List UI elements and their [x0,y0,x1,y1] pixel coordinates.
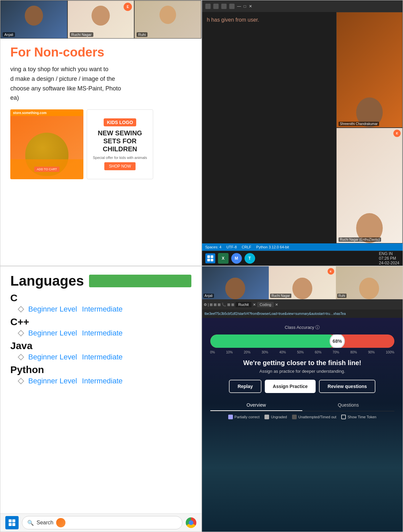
video-bar-top-left: Anjali Ruchi Nagar E Ruhi [0,0,201,39]
avatar-label-ruchi: Ruchi Nagar [70,32,93,37]
br-avatar-anjali: Anjali [202,266,269,299]
legend-label-ungraded: Ungraded [271,415,287,419]
lang-java-levels: Beginner Level Intermediate [9,353,193,361]
store-url: store.something.com [13,111,47,115]
br-face-1 [225,278,245,299]
show-time-checkbox[interactable] [341,415,346,419]
taskbar-region: ENG IN [379,251,399,256]
lang-c-section: C Beginner Level Intermediate [9,292,193,314]
status-language: Python 3.12.0 64-bit [256,245,289,249]
c-intermediate[interactable]: Intermediate [82,305,123,314]
progress-bar-green [89,275,191,287]
sewing-tagline: NEW SEWINGSETS FORCHILDREN [98,129,142,153]
browser-tab-ruchit[interactable]: Ruchit [236,302,251,307]
java-beginner[interactable]: Beginner Level [28,353,77,361]
avatar-face [25,6,43,26]
vscode-toolbar: — □ ✕ [202,0,403,12]
taskbar-date: 24-02-2024 [379,261,399,265]
window-control-close[interactable]: ✕ [249,4,252,9]
thumb-ruchi-nagar: Ruchi Nagar (EnthuZlastic) E [336,128,403,243]
browser-tab-coding[interactable]: Coding [257,302,274,307]
toolbar-icon-3 [221,4,227,9]
browser-tabs: ⚙ | ⊞ ⊞ ⊞ 📞 ⊞ ⊞ Ruchit ✕ Coding ✕ [202,300,403,310]
avatar-label-ruhi: Ruhi [137,32,148,37]
review-questions-button[interactable]: Review questions [319,380,375,393]
taskbar-time-region: ENG IN 07:26 PM 24-02-2024 [379,251,399,265]
lang-cpp-name: C++ [9,316,193,328]
editor-content: h has given from user. Shreenithi Chandr… [202,12,403,243]
toy-shop-image: store.something.com ADD TO CART [10,109,83,179]
quiz-legend: Partially correct Ungraded Unattempted/T… [210,415,395,419]
lang-cpp-levels: Beginner Level Intermediate [9,329,193,337]
legend-dot-unattempted [292,415,297,419]
legend-show-time: Show Time Token [341,415,376,419]
status-line-ending: CRLF [242,245,252,249]
legend-label-unattempted: Unattempted/Timed out [298,415,337,419]
diamond-icon-python [18,378,24,384]
bottom-left-cell: Languages C Beginner Level Intermediate … [0,266,202,532]
quiz-results-panel: Class Accuracy ⓘ 68% 0% 10% 20% 30% 40% … [202,318,403,532]
java-intermediate[interactable]: Intermediate [82,353,123,361]
legend-dot-partial [228,415,233,419]
add-to-cart-btn[interactable]: ADD TO CART [34,167,60,172]
python-intermediate[interactable]: Intermediate [82,377,123,385]
avatar-ruchi: Ruchi Nagar E [67,0,135,39]
languages-header: Languages [0,266,201,292]
lang-python-levels: Beginner Level Intermediate [9,377,193,385]
enthu-logo-br: E [328,268,334,275]
teams-icon[interactable]: T [245,253,255,264]
taskbar-time: 07:26 PM [379,256,399,261]
questions-tab[interactable]: Questions [302,400,394,411]
search-label: Search [37,520,53,526]
enthu-logo-thumb: E [393,130,401,137]
windows-start-btn[interactable] [5,516,19,529]
top-left-cell: Anjali Ruchi Nagar E Ruhi For Non-coders… [0,0,202,266]
excel-icon[interactable]: X [218,253,229,264]
accuracy-progress-bar: 68% [210,334,395,348]
legend-label-time: Show Time Token [348,415,376,419]
windows-icon [9,519,15,526]
presentation-slide: For Non-coders ving a toy shop for which… [0,39,201,186]
windows-grid [207,255,213,261]
video-bar-bottom-right: Anjali Ruchi Nagar E Ruhi [202,266,403,300]
search-icon: 🔍 [27,520,34,526]
assign-practice-button[interactable]: Assign Practice [265,380,316,393]
quiz-buttons: Replay Assign Practice Review questions [229,380,375,393]
legend-ungraded: Ungraded [264,415,287,419]
slide-images: store.something.com ADD TO CART KIDS LOG… [10,109,191,179]
cpp-intermediate[interactable]: Intermediate [82,329,123,337]
br-avatar-ruchi: Ruchi Nagar E [269,266,336,299]
diamond-icon-c [18,306,24,313]
progress-fill-green [210,334,336,348]
br-face-3 [359,278,379,299]
lang-java-name: Java [9,340,193,351]
br-label-ruchi: Ruchi Nagar [270,294,291,298]
c-beginner[interactable]: Beginner Level [28,305,77,314]
start-button[interactable] [205,253,215,263]
python-beginner[interactable]: Beginner Level [28,377,77,385]
shop-now-btn[interactable]: SHOP NOW [104,162,136,170]
thumb-shreenithi: Shreenithi Chandrakumar [336,12,403,128]
search-bar[interactable]: 🔍 Search [22,516,182,529]
chrome-icon[interactable] [186,517,196,528]
overview-tab[interactable]: Overview [210,400,302,411]
sewing-sub: Special offer for kids with animals [93,156,147,160]
browser-url-bar[interactable]: tbe3eef75c3b5cbf1df2/startV4?fromBrowser… [202,310,403,318]
tab-close-1[interactable]: ✕ [253,303,256,307]
enthu-logo: E [124,3,132,11]
cpp-beginner[interactable]: Beginner Level [28,329,77,337]
diamond-icon-java [18,354,24,360]
legend-unattempted: Unattempted/Timed out [292,415,337,419]
kids-logo: KIDS LOGO [104,118,137,126]
tab-close-2[interactable]: ✕ [275,303,278,307]
status-encoding: UTF-8 [226,245,237,249]
replay-button[interactable]: Replay [229,380,261,393]
avatar-face-3 [159,6,176,24]
tab-icons: ⚙ | ⊞ ⊞ ⊞ 📞 ⊞ ⊞ [204,303,235,307]
window-control-min[interactable]: □ [244,4,246,9]
status-spaces: Spaces: 4 [205,245,222,249]
window-controls-sep: — [237,4,241,9]
meet-icon[interactable]: M [231,253,242,264]
windows-taskbar: X M T ENG IN 07:26 PM 24-02-2024 [202,251,403,266]
lang-c-name: C [9,292,193,304]
